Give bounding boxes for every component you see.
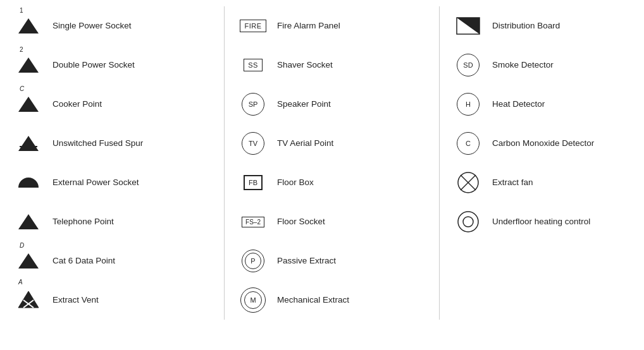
symbol-double-power-socket: 2 xyxy=(9,57,47,73)
symbol-carbon-monoxide-detector: C xyxy=(449,132,487,155)
symbol-unswitched-fused-spur xyxy=(9,136,47,151)
label-cooker-point: Cooker Point xyxy=(47,99,102,110)
symbol-passive-extract: P xyxy=(234,250,272,272)
symbol-external-power-socket xyxy=(9,178,47,188)
list-item: P Passive Extract xyxy=(234,241,439,281)
label-shaver-socket: Shaver Socket xyxy=(272,59,333,71)
symbol-floor-socket: FS–2 xyxy=(234,217,272,227)
label-external-power-socket: External Power Socket xyxy=(47,177,139,188)
list-item: M Mechanical Extract xyxy=(234,281,439,320)
list-item: SP Speaker Point xyxy=(234,85,439,124)
label-tv-aerial-point: TV Aerial Point xyxy=(272,138,333,149)
legend-grid: 1 Single Power Socket 2 Double Power Soc… xyxy=(9,6,635,320)
label-fire-alarm-panel: Fire Alarm Panel xyxy=(272,20,340,32)
list-item: FIRE Fire Alarm Panel xyxy=(234,6,439,45)
list-item: FS–2 Floor Socket xyxy=(234,202,439,241)
list-item: A Extract Vent xyxy=(9,281,224,320)
symbol-fire-alarm-panel: FIRE xyxy=(234,20,272,32)
list-item: 1 Single Power Socket xyxy=(9,6,224,45)
symbol-shaver-socket: SS xyxy=(234,59,272,71)
svg-marker-4 xyxy=(457,18,480,34)
label-unswitched-fused-spur: Unswitched Fused Spur xyxy=(47,138,143,149)
column-1: 1 Single Power Socket 2 Double Power Soc… xyxy=(9,6,225,320)
list-item: Underfloor heating control xyxy=(449,202,644,241)
list-item: SS Shaver Socket xyxy=(234,45,439,85)
symbol-distribution-board xyxy=(449,16,487,35)
symbol-heat-detector: H xyxy=(449,93,487,116)
list-item: C Cooker Point xyxy=(9,85,224,124)
label-passive-extract: Passive Extract xyxy=(272,255,336,267)
list-item: External Power Socket xyxy=(9,163,224,202)
symbol-underfloor-heating-control xyxy=(449,210,487,233)
svg-point-8 xyxy=(458,212,478,232)
label-floor-box: Floor Box xyxy=(272,177,314,188)
svg-point-9 xyxy=(463,217,473,227)
symbol-extract-vent: A xyxy=(9,290,47,311)
symbol-tv-aerial-point: TV xyxy=(234,132,272,155)
label-double-power-socket: Double Power Socket xyxy=(47,59,135,71)
label-single-power-socket: Single Power Socket xyxy=(47,20,132,32)
svg-marker-0 xyxy=(18,291,39,308)
list-item: SD Smoke Detector xyxy=(449,45,644,85)
column-2: FIRE Fire Alarm Panel SS Shaver Socket S… xyxy=(225,6,440,320)
symbol-floor-box: FB xyxy=(234,175,272,190)
label-telephone-point: Telephone Point xyxy=(47,216,114,227)
list-item: Extract fan xyxy=(449,163,644,202)
list-item: Distribution Board xyxy=(449,6,644,45)
label-floor-socket: Floor Socket xyxy=(272,216,325,227)
list-item: H Heat Detector xyxy=(449,85,644,124)
list-item: Unswitched Fused Spur xyxy=(9,124,224,163)
label-extract-vent: Extract Vent xyxy=(47,294,99,306)
list-item: C Carbon Monoxide Detector xyxy=(449,124,644,163)
symbol-mechanical-extract: M xyxy=(234,287,272,313)
symbol-single-power-socket: 1 xyxy=(9,18,47,33)
label-mechanical-extract: Mechanical Extract xyxy=(272,294,349,306)
label-speaker-point: Speaker Point xyxy=(272,99,331,110)
symbol-cat6-data-point: D xyxy=(9,253,47,269)
list-item: 2 Double Power Socket xyxy=(9,45,224,85)
label-distribution-board: Distribution Board xyxy=(487,20,560,32)
label-carbon-monoxide-detector: Carbon Monoxide Detector xyxy=(487,138,594,149)
list-item: FB Floor Box xyxy=(234,163,439,202)
symbol-extract-fan xyxy=(449,171,487,194)
label-extract-fan: Extract fan xyxy=(487,177,533,188)
label-smoke-detector: Smoke Detector xyxy=(487,59,554,71)
label-heat-detector: Heat Detector xyxy=(487,99,545,110)
symbol-speaker-point: SP xyxy=(234,93,272,116)
list-item: Telephone Point xyxy=(9,202,224,241)
symbol-cooker-point: C xyxy=(9,97,47,112)
label-underfloor-heating-control: Underfloor heating control xyxy=(487,216,590,227)
symbol-telephone-point xyxy=(9,214,47,229)
label-cat6-data-point: Cat 6 Data Point xyxy=(47,255,115,267)
column-3: Distribution Board SD Smoke Detector H H… xyxy=(440,6,644,320)
list-item: TV TV Aerial Point xyxy=(234,124,439,163)
symbol-smoke-detector: SD xyxy=(449,54,487,76)
list-item: D Cat 6 Data Point xyxy=(9,241,224,281)
